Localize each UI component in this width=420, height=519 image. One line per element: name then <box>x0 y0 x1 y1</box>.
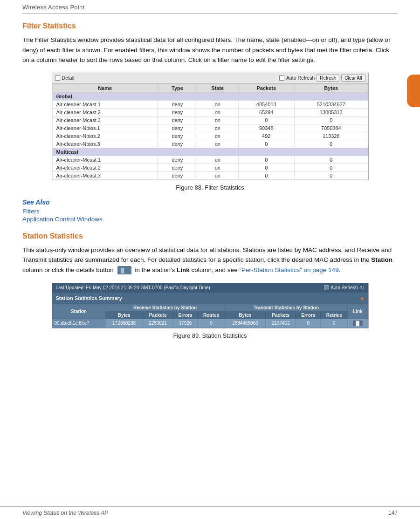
th-rx-packets: Packets <box>143 311 173 319</box>
station-refresh-icon[interactable]: ↻ <box>360 285 365 291</box>
details-button-icon <box>117 266 131 274</box>
station-group-header: Station Receive Statistics by Station Tr… <box>52 304 368 311</box>
orange-tab-decoration <box>407 75 420 107</box>
clear-all-button[interactable]: Clear All <box>341 75 365 82</box>
filter-table-toolbar: Detail Auto Refresh Refresh Clear All <box>52 73 368 83</box>
col-packets[interactable]: Packets <box>238 83 294 92</box>
filter-table-row: Air-cleaner-Mcast.3denyon00 <box>52 116 368 124</box>
filter-row-name[interactable]: Air-cleaner-Nbios.2 <box>52 132 158 140</box>
th-tx-packets: Packets <box>266 311 296 319</box>
filter-row-packets: 0 <box>238 164 294 171</box>
filter-group-multicast: Multicast <box>52 148 368 156</box>
filter-row-state: on <box>197 100 238 108</box>
see-also-heading: See Also <box>22 198 398 206</box>
station-auto-refresh-checkbox[interactable] <box>324 285 329 290</box>
col-name[interactable]: Name <box>52 83 158 92</box>
th-tx-retries: Retries <box>321 311 348 319</box>
th-station: Station <box>52 304 105 319</box>
station-details-button[interactable]: ▐▌ <box>352 320 363 327</box>
filter-row-name[interactable]: Air-cleaner-Mcast.2 <box>52 164 158 171</box>
filter-row-bytes: 0 <box>294 171 368 179</box>
tx-packets: 2137402 <box>266 319 296 328</box>
filter-row-name[interactable]: Air-cleaner-Mcast.1 <box>52 100 158 108</box>
filter-row-type: deny <box>158 116 197 124</box>
col-type[interactable]: Type <box>158 83 197 92</box>
filter-statistics-description: The Filter Statistics window provides st… <box>22 35 398 65</box>
filter-table-row: Air-cleaner-Nbios.2denyon492113328 <box>52 132 368 140</box>
per-station-link[interactable]: “Per-Station Statistics” on page 149 <box>239 266 338 273</box>
see-also-section: See Also Filters Application Control Win… <box>22 198 398 223</box>
filter-table-row: Air-cleaner-Mcast.2denyon00 <box>52 164 368 171</box>
filter-row-bytes: 0 <box>294 116 368 124</box>
rx-packets: 2250021 <box>143 319 173 328</box>
filter-row-state: on <box>197 156 238 164</box>
station-summary-title: Station Statistics Summary <box>56 295 122 301</box>
filter-row-type: deny <box>158 164 197 171</box>
filter-row-name[interactable]: Air-cleaner-Mcast.3 <box>52 171 158 179</box>
filter-row-type: deny <box>158 156 197 164</box>
detail-checkbox[interactable] <box>55 75 60 81</box>
link-bold: Link <box>177 266 190 273</box>
filter-row-bytes: 0 <box>294 164 368 171</box>
filter-row-packets: 0 <box>238 140 294 148</box>
station-figure-caption: Figure 89. Station Statistics <box>22 332 398 339</box>
filter-row-name[interactable]: Air-cleaner-Mcast.3 <box>52 116 158 124</box>
th-tx-bytes: Bytes <box>225 311 266 319</box>
filter-table-row: Air-cleaner-Mcast.1denyon00 <box>52 156 368 164</box>
rx-retries: 0 <box>198 319 225 328</box>
filter-figure-caption: Figure 88. Filter Statistics <box>22 184 398 191</box>
filter-row-type: deny <box>158 140 197 148</box>
col-bytes[interactable]: Bytes <box>294 83 368 92</box>
toolbar-right: Auto Refresh Refresh Clear All <box>279 75 365 82</box>
filter-row-bytes: 7050384 <box>294 124 368 132</box>
th-transmit: Transmit Statistics by Station <box>225 304 348 311</box>
page-header: Wireless Access Point <box>22 4 398 14</box>
rx-bytes: 172360238 <box>105 319 143 328</box>
filter-statistics-heading: Filter Statistics <box>22 22 398 30</box>
col-state[interactable]: State <box>197 83 238 92</box>
th-rx-retries: Retries <box>198 311 225 319</box>
rx-errors: 37926 <box>173 319 198 328</box>
th-tx-errors: Errors <box>296 311 321 319</box>
th-rx-bytes: Bytes <box>105 311 143 319</box>
filter-row-state: on <box>197 108 238 116</box>
filter-table: Name Type State Packets Bytes GlobalAir-… <box>52 83 368 180</box>
th-rx-errors: Errors <box>173 311 198 319</box>
station-toolbar: Last Updated: Fri May 02 2014 21:36:24 G… <box>52 283 368 293</box>
filter-row-packets: 0 <box>238 116 294 124</box>
station-auto-refresh: Auto Refresh <box>324 285 358 290</box>
filter-table-row: Air-cleaner-Nbios.1denyon903487050384 <box>52 124 368 132</box>
filter-row-name[interactable]: Air-cleaner-Mcast.1 <box>52 156 158 164</box>
filter-row-bytes: 113328 <box>294 132 368 140</box>
filter-table-wrapper: Detail Auto Refresh Refresh Clear All Na… <box>52 73 369 180</box>
refresh-button[interactable]: Refresh <box>317 75 339 82</box>
filter-row-name[interactable]: Air-cleaner-Nbios.3 <box>52 140 158 148</box>
filter-row-type: deny <box>158 100 197 108</box>
filter-row-type: deny <box>158 171 197 179</box>
filter-row-name[interactable]: Air-cleaner-Nbios.1 <box>52 124 158 132</box>
filter-table-header-row: Name Type State Packets Bytes <box>52 83 368 92</box>
filter-row-bytes: 5210334627 <box>294 100 368 108</box>
filter-row-state: on <box>197 164 238 171</box>
filter-table-row: Air-cleaner-Mcast.3denyon00 <box>52 171 368 179</box>
station-mac[interactable]: 00:db:df:1e:8f:e7 <box>52 319 105 328</box>
filter-row-type: deny <box>158 124 197 132</box>
auto-refresh-label: Auto Refresh <box>286 75 315 81</box>
see-also-link-filters[interactable]: Filters <box>22 208 398 215</box>
detail-label: Detail <box>62 75 75 81</box>
see-also-link-application-control[interactable]: Application Control Windows <box>22 216 398 223</box>
filter-row-name[interactable]: Air-cleaner-Mcast.2 <box>52 108 158 116</box>
station-statistics-heading: Station Statistics <box>22 232 398 240</box>
tx-bytes: 2884465060 <box>225 319 266 328</box>
filter-group-global: Global <box>52 92 368 100</box>
filter-row-packets: 0 <box>238 156 294 164</box>
filter-row-packets: 65294 <box>238 108 294 116</box>
footer-right: 147 <box>388 510 398 516</box>
auto-refresh-checkbox[interactable] <box>279 75 284 81</box>
filter-statistics-section: Filter Statistics The Filter Statistics … <box>22 22 398 191</box>
station-statistics-description: This status-only window provides an over… <box>22 245 398 275</box>
filter-row-state: on <box>197 116 238 124</box>
filter-row-packets: 492 <box>238 132 294 140</box>
station-statistics-figure: Last Updated: Fri May 02 2014 21:36:24 G… <box>22 283 398 339</box>
station-table-wrapper: Last Updated: Fri May 02 2014 21:36:24 G… <box>52 283 369 328</box>
